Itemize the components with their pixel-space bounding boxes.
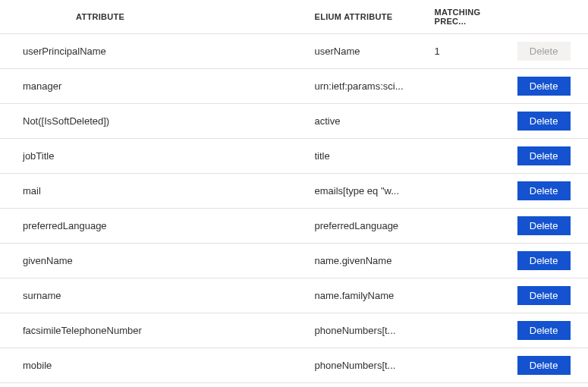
cell-action: Delete <box>517 104 588 139</box>
cell-matching-precedence <box>435 348 517 383</box>
table-row[interactable]: telephoneNumberphoneNumbers[t...Delete <box>0 383 588 388</box>
attribute-mapping-table: Attribute Elium Attribute Matching prec.… <box>0 0 588 387</box>
cell-elium-attribute: name.familyName <box>315 278 435 313</box>
cell-action: Delete <box>517 69 588 104</box>
cell-attribute: userPrincipalName <box>0 34 315 69</box>
cell-attribute: mail <box>0 174 315 209</box>
cell-matching-precedence <box>435 383 517 388</box>
cell-matching-precedence <box>435 139 517 174</box>
cell-attribute: preferredLanguage <box>0 209 315 244</box>
cell-elium-attribute: phoneNumbers[t... <box>315 348 435 383</box>
cell-action: Delete <box>517 313 588 348</box>
table-row[interactable]: Not([IsSoftDeleted])activeDelete <box>0 104 588 139</box>
cell-action: Delete <box>517 244 588 278</box>
table-row[interactable]: facsimileTelephoneNumberphoneNumbers[t..… <box>0 313 588 348</box>
cell-attribute: givenName <box>0 244 315 278</box>
cell-matching-precedence <box>435 174 517 209</box>
column-header-action <box>517 0 588 34</box>
cell-elium-attribute: userName <box>315 34 435 69</box>
cell-matching-precedence: 1 <box>435 34 517 69</box>
cell-elium-attribute: title <box>315 139 435 174</box>
cell-matching-precedence <box>435 313 517 348</box>
table-row[interactable]: givenNamename.givenNameDelete <box>0 244 588 278</box>
delete-button[interactable]: Delete <box>517 286 571 305</box>
cell-attribute: Not([IsSoftDeleted]) <box>0 104 315 139</box>
delete-button[interactable]: Delete <box>517 356 571 375</box>
delete-button[interactable]: Delete <box>517 216 571 235</box>
table-row[interactable]: preferredLanguagepreferredLanguageDelete <box>0 209 588 244</box>
column-header-attribute[interactable]: Attribute <box>0 0 315 34</box>
delete-button[interactable]: Delete <box>517 146 571 165</box>
column-header-precedence[interactable]: Matching prec... <box>435 0 517 34</box>
cell-elium-attribute: emails[type eq "w... <box>315 174 435 209</box>
delete-button[interactable]: Delete <box>517 181 571 200</box>
table-row[interactable]: managerurn:ietf:params:sci...Delete <box>0 69 588 104</box>
cell-action: Delete <box>517 139 588 174</box>
delete-button: Delete <box>517 42 571 61</box>
cell-matching-precedence <box>435 278 517 313</box>
cell-attribute: facsimileTelephoneNumber <box>0 313 315 348</box>
cell-matching-precedence <box>435 244 517 278</box>
table-row[interactable]: jobTitletitleDelete <box>0 139 588 174</box>
cell-matching-precedence <box>435 209 517 244</box>
cell-action: Delete <box>517 174 588 209</box>
cell-attribute: telephoneNumber <box>0 383 315 388</box>
cell-elium-attribute: preferredLanguage <box>315 209 435 244</box>
table-row[interactable]: userPrincipalNameuserName1Delete <box>0 34 588 69</box>
cell-elium-attribute: name.givenName <box>315 244 435 278</box>
cell-attribute: jobTitle <box>0 139 315 174</box>
table-row[interactable]: surnamename.familyNameDelete <box>0 278 588 313</box>
cell-elium-attribute: phoneNumbers[t... <box>315 383 435 388</box>
delete-button[interactable]: Delete <box>517 112 571 131</box>
cell-attribute: manager <box>0 69 315 104</box>
cell-elium-attribute: phoneNumbers[t... <box>315 313 435 348</box>
cell-attribute: surname <box>0 278 315 313</box>
cell-matching-precedence <box>435 104 517 139</box>
table-row[interactable]: mailemails[type eq "w...Delete <box>0 174 588 209</box>
cell-attribute: mobile <box>0 348 315 383</box>
delete-button[interactable]: Delete <box>517 251 571 270</box>
cell-action: Delete <box>517 278 588 313</box>
cell-action: Delete <box>517 348 588 383</box>
cell-action: Delete <box>517 383 588 388</box>
cell-matching-precedence <box>435 69 517 104</box>
cell-elium-attribute: active <box>315 104 435 139</box>
column-header-elium[interactable]: Elium Attribute <box>315 0 435 34</box>
cell-action: Delete <box>517 209 588 244</box>
delete-button[interactable]: Delete <box>517 77 571 96</box>
cell-elium-attribute: urn:ietf:params:sci... <box>315 69 435 104</box>
table-header-row: Attribute Elium Attribute Matching prec.… <box>0 0 588 34</box>
cell-action: Delete <box>517 34 588 69</box>
table-row[interactable]: mobilephoneNumbers[t...Delete <box>0 348 588 383</box>
delete-button[interactable]: Delete <box>517 321 571 340</box>
